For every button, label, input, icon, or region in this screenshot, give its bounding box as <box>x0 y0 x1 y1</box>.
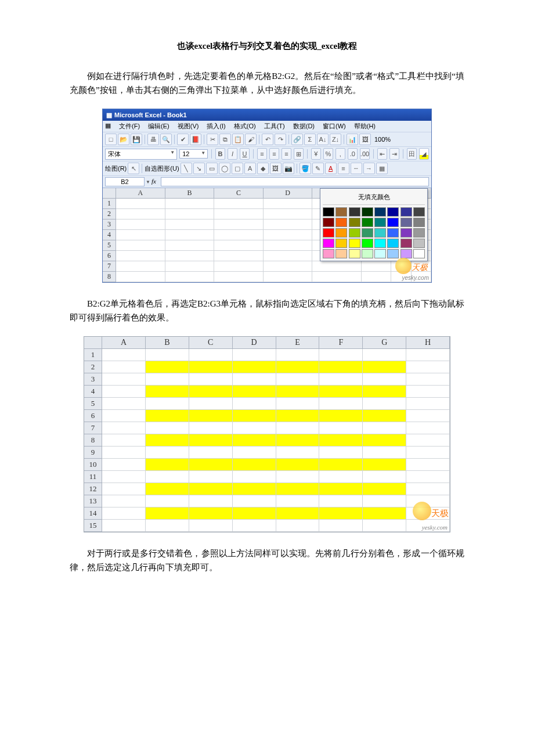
zoom-value[interactable]: 100% <box>374 136 391 143</box>
col-header[interactable]: D <box>264 188 313 199</box>
cell[interactable] <box>319 471 363 483</box>
color-swatch[interactable] <box>387 228 399 237</box>
copy-icon[interactable]: ⧉ <box>219 134 231 145</box>
cell[interactable] <box>102 507 146 520</box>
wordart-icon[interactable]: A <box>244 163 256 174</box>
color-swatch[interactable] <box>374 218 386 227</box>
shadow-icon[interactable]: ▦ <box>376 163 388 174</box>
cell[interactable] <box>233 434 276 447</box>
cell[interactable] <box>319 520 363 532</box>
color-swatch[interactable] <box>349 207 360 217</box>
cell[interactable] <box>233 459 276 471</box>
row-header[interactable]: 5 <box>84 398 102 410</box>
cell[interactable] <box>233 386 276 398</box>
cell[interactable] <box>319 410 363 422</box>
cut-icon[interactable]: ✂ <box>207 134 218 145</box>
cell[interactable] <box>146 373 189 386</box>
row-header[interactable]: 6 <box>84 410 102 422</box>
save-icon[interactable]: 💾 <box>131 134 142 145</box>
worksheet-grid[interactable]: A B C D E F G H 1 2 3 4 5 6 7 8 无填充颜色 <box>103 188 431 282</box>
cell[interactable] <box>102 495 146 507</box>
fill-color-popup[interactable]: 无填充颜色 <box>320 188 428 261</box>
cell[interactable] <box>363 447 406 459</box>
cell[interactable] <box>146 361 189 373</box>
cell[interactable] <box>319 349 363 361</box>
cell[interactable] <box>363 495 406 507</box>
cell[interactable] <box>406 398 450 410</box>
cell[interactable] <box>276 349 320 361</box>
menu-format[interactable]: 格式(O) <box>234 122 256 131</box>
cell[interactable] <box>276 459 320 471</box>
color-swatch[interactable] <box>349 249 360 258</box>
row-header[interactable]: 11 <box>84 471 102 483</box>
chart-icon[interactable]: 📊 <box>347 134 358 145</box>
menu-data[interactable]: 数据(D) <box>293 122 315 131</box>
row-header[interactable]: 12 <box>84 483 102 495</box>
font-combo[interactable]: 宋体 <box>105 149 177 160</box>
color-swatch[interactable] <box>387 207 399 217</box>
row-header[interactable]: 7 <box>103 261 116 272</box>
color-swatch[interactable] <box>323 239 334 248</box>
cell[interactable] <box>189 361 233 373</box>
align-left-icon[interactable]: ≡ <box>257 148 267 160</box>
color-swatch[interactable] <box>362 207 373 217</box>
fill-color2-icon[interactable]: 🪣 <box>300 163 311 174</box>
cell[interactable] <box>146 447 189 459</box>
fontsize-combo[interactable]: 12 <box>179 149 208 159</box>
color-swatch[interactable] <box>374 239 386 248</box>
col-header[interactable]: C <box>189 337 233 349</box>
line-style-icon[interactable]: ≡ <box>338 163 349 174</box>
row-header[interactable]: 2 <box>103 209 116 219</box>
cell[interactable] <box>406 422 450 434</box>
cell[interactable] <box>406 483 450 495</box>
cell[interactable] <box>146 386 189 398</box>
cell[interactable] <box>276 422 320 434</box>
cell[interactable] <box>319 398 363 410</box>
drawing-icon[interactable]: 🖼 <box>359 134 371 145</box>
cell[interactable] <box>102 520 146 532</box>
color-swatch[interactable] <box>400 207 412 217</box>
select-all-corner[interactable] <box>103 188 116 199</box>
cell[interactable] <box>189 495 233 507</box>
cell[interactable] <box>363 349 406 361</box>
cell[interactable] <box>233 471 276 483</box>
cell[interactable] <box>102 447 146 459</box>
menu-insert[interactable]: 插入(I) <box>207 122 225 131</box>
col-header[interactable]: C <box>214 188 264 199</box>
cell[interactable] <box>276 495 320 507</box>
cell[interactable] <box>233 507 276 520</box>
currency-icon[interactable]: ¥ <box>311 148 321 160</box>
cell[interactable] <box>319 422 363 434</box>
autoshapes-menu[interactable]: 自选图形(U) <box>145 164 179 173</box>
cell[interactable] <box>189 447 233 459</box>
row-header[interactable]: 7 <box>84 422 102 434</box>
select-icon[interactable]: ↖ <box>128 163 139 174</box>
color-swatch[interactable] <box>335 239 347 248</box>
row-header[interactable]: 4 <box>103 230 116 240</box>
cell[interactable] <box>276 520 320 532</box>
menu-view[interactable]: 视图(V) <box>178 122 199 131</box>
cell[interactable] <box>189 398 233 410</box>
cell[interactable] <box>102 398 146 410</box>
cell[interactable] <box>233 361 276 373</box>
cell[interactable] <box>233 398 276 410</box>
col-header[interactable]: F <box>319 337 363 349</box>
cell[interactable] <box>363 434 406 447</box>
color-swatch[interactable] <box>413 249 425 258</box>
paste-icon[interactable]: 📋 <box>232 134 244 145</box>
color-swatch[interactable] <box>400 228 412 237</box>
menu-tools[interactable]: 工具(T) <box>264 122 285 131</box>
cell[interactable] <box>102 422 146 434</box>
cell[interactable] <box>102 471 146 483</box>
row-header[interactable]: 1 <box>103 199 116 209</box>
cell[interactable] <box>363 471 406 483</box>
cell[interactable] <box>319 459 363 471</box>
color-swatch[interactable] <box>323 249 334 258</box>
cell[interactable] <box>319 434 363 447</box>
color-swatch[interactable] <box>374 249 386 258</box>
cell[interactable] <box>102 373 146 386</box>
app-menu-icon[interactable]: ▦ <box>105 122 111 131</box>
color-swatch[interactable] <box>400 239 412 248</box>
row-header[interactable]: 14 <box>84 507 102 520</box>
color-swatch[interactable] <box>349 239 360 248</box>
